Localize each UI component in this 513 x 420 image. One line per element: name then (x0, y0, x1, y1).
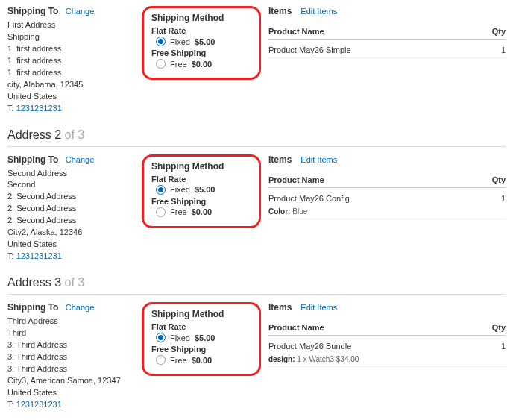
change-link[interactable]: Change (66, 7, 95, 16)
product-name: Product May26 Bundle (268, 342, 483, 351)
shipping-method-highlight: Shipping Method Flat Rate Fixed $5.00 Fr… (142, 302, 261, 376)
free-shipping-price: $0.00 (192, 207, 213, 216)
col-product-name: Product Name (268, 24, 483, 40)
flat-rate-option[interactable]: Fixed $5.00 (156, 333, 251, 342)
change-link[interactable]: Change (66, 303, 95, 312)
shipping-method-title: Shipping Method (151, 13, 251, 23)
free-shipping-price: $0.00 (192, 356, 213, 365)
address-line: 1, first address (7, 43, 134, 55)
address-line: Shipping (7, 31, 134, 43)
shipping-method-title: Shipping Method (151, 309, 251, 319)
items-table: Product Name Qty Product May26 Config Co… (268, 172, 506, 219)
free-shipping-radio[interactable] (156, 355, 166, 365)
free-shipping-radio[interactable] (156, 59, 166, 69)
shipping-to-title: Shipping To (7, 302, 58, 313)
shipping-method-title: Shipping Method (151, 161, 251, 172)
shipping-method-highlight: Shipping Method Flat Rate Fixed $5.00 Fr… (142, 6, 261, 80)
divider (7, 146, 506, 147)
flat-rate-label: Flat Rate (151, 26, 251, 35)
address-heading-num: Address 2 (7, 128, 64, 141)
items-table: Product Name Qty Product May26 Bundle de… (268, 320, 506, 367)
free-shipping-option[interactable]: Free $0.00 (156, 59, 251, 69)
free-shipping-text: Free (170, 356, 187, 365)
flat-rate-text: Fixed (170, 185, 190, 194)
product-name: Product May26 Simple (268, 46, 483, 54)
address-line: Second (7, 179, 134, 191)
free-shipping-radio[interactable] (156, 207, 166, 217)
address-line: 3, Third Address (7, 363, 134, 375)
address-line: 1, first address (7, 67, 134, 79)
flat-rate-label: Flat Rate (151, 175, 251, 184)
product-qty: 1 (483, 187, 506, 219)
col-qty: Qty (483, 172, 506, 188)
free-shipping-label: Free Shipping (151, 48, 251, 57)
divider (7, 294, 506, 295)
shipping-to-title: Shipping To (7, 154, 58, 165)
edit-items-link[interactable]: Edit Items (300, 155, 337, 164)
address-heading-num: Address 3 (7, 276, 64, 289)
product-qty: 1 (483, 40, 506, 58)
tel-prefix: T: (7, 251, 16, 260)
table-row: Product May26 Bundle design: 1 x Watch3 … (268, 336, 506, 367)
items-title: Items (268, 154, 292, 165)
table-row: Product May26 Config Color: Blue 1 (268, 187, 506, 219)
free-shipping-price: $0.00 (192, 60, 213, 69)
flat-rate-price: $5.00 (195, 333, 215, 342)
tel-prefix: T: (7, 104, 16, 113)
col-product-name: Product Name (268, 320, 483, 336)
tel-prefix: T: (7, 400, 16, 409)
col-qty: Qty (483, 24, 506, 40)
address-heading: Address 2 of 3 (7, 128, 506, 142)
address-line: United States (7, 91, 134, 103)
address-line: 3, Third Address (7, 339, 134, 351)
items-table: Product Name Qty Product May26 Simple 1 (268, 24, 506, 58)
phone-link[interactable]: 1231231231 (16, 104, 62, 113)
items-title: Items (268, 6, 292, 16)
free-shipping-label: Free Shipping (151, 197, 251, 206)
address-line: 3, Third Address (7, 351, 134, 363)
free-shipping-text: Free (170, 60, 187, 69)
shipping-method-highlight: Shipping Method Flat Rate Fixed $5.00 Fr… (142, 154, 261, 228)
address-line: 1, first address (7, 55, 134, 67)
address-line: city, Alabama, 12345 (7, 79, 134, 91)
product-qty: 1 (483, 336, 506, 367)
product-name: Product May26 Config (268, 194, 483, 203)
phone-link[interactable]: 1231231231 (16, 251, 62, 260)
free-shipping-label: Free Shipping (151, 345, 251, 354)
free-shipping-text: Free (170, 207, 187, 216)
items-title: Items (268, 302, 292, 313)
flat-rate-option[interactable]: Fixed $5.00 (156, 185, 251, 195)
table-row: Product May26 Simple 1 (268, 40, 506, 58)
phone-link[interactable]: 1231231231 (16, 400, 62, 409)
address-line: United States (7, 239, 134, 251)
address-line: First Address (7, 19, 134, 31)
free-shipping-option[interactable]: Free $0.00 (156, 207, 251, 217)
address-line: 2, Second Address (7, 203, 134, 215)
edit-items-link[interactable]: Edit Items (300, 303, 337, 312)
flat-rate-price: $5.00 (195, 185, 215, 194)
flat-rate-text: Fixed (170, 333, 190, 342)
address-heading: Address 3 of 3 (7, 276, 506, 289)
flat-rate-option[interactable]: Fixed $5.00 (156, 37, 251, 46)
flat-rate-radio[interactable] (156, 37, 166, 46)
shipping-to-title: Shipping To (7, 6, 58, 16)
address-line: Third (7, 327, 134, 339)
free-shipping-option[interactable]: Free $0.00 (156, 355, 251, 365)
address-line: 2, Second Address (7, 215, 134, 227)
flat-rate-radio[interactable] (156, 185, 166, 195)
product-attr-val: Blue (292, 207, 307, 216)
col-qty: Qty (483, 320, 506, 336)
address-line: United States (7, 387, 134, 399)
product-attr-val: 1 x Watch3 $34.00 (297, 355, 359, 363)
product-attr-key: design: (268, 355, 295, 363)
address-heading-of: of 3 (64, 276, 84, 289)
address-heading-of: of 3 (64, 128, 84, 141)
address-line: Third Address (7, 316, 134, 327)
edit-items-link[interactable]: Edit Items (300, 7, 337, 16)
address-line: 2, Second Address (7, 191, 134, 203)
address-line: City2, Alaska, 12346 (7, 227, 134, 239)
flat-rate-label: Flat Rate (151, 322, 251, 331)
address-line: Second Address (7, 168, 134, 180)
flat-rate-radio[interactable] (156, 333, 166, 342)
change-link[interactable]: Change (66, 155, 95, 164)
